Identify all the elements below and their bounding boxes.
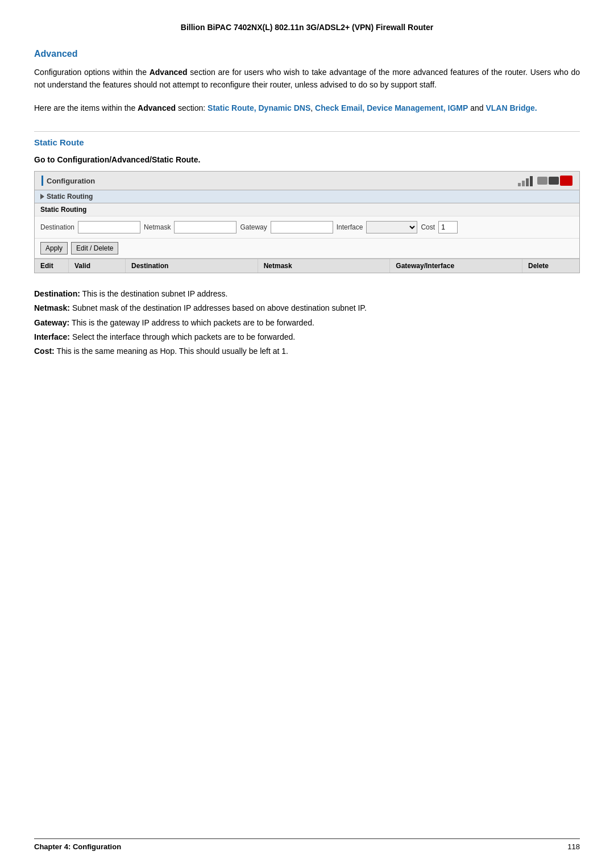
col-gateway-interface: Gateway/Interface [390,259,522,273]
icon-bar-1 [537,177,547,185]
advanced-section-title: Advanced [34,49,580,59]
destination-input[interactable] [78,221,140,233]
col-valid: Valid [69,259,126,273]
config-panel-header: Configuration [35,172,579,190]
desc-interface-label: Interface: [34,332,70,341]
descriptions-section: Destination: This is the destination sub… [34,287,580,358]
cost-label: Cost [421,223,435,231]
interface-label: Interface [337,223,363,231]
divider-1 [34,131,580,132]
table-header-row: Edit Valid Destination Netmask Gateway/I… [35,258,579,273]
static-routing-sublabel: Static Routing [35,203,579,216]
desc-gateway-text: This is the gateway IP address to which … [72,318,314,327]
desc-netmask-text: Subnet mask of the destination IP addres… [72,303,367,312]
config-header-left: Configuration [42,176,95,186]
netmask-label: Netmask [144,223,171,231]
col-edit: Edit [35,259,69,273]
col-netmask: Netmask [258,259,391,273]
link-vlan-bridge[interactable]: VLAN Bridge. [486,103,537,112]
desc-cost-text: This is the same meaning as Hop. This sh… [56,347,288,356]
blue-bar-accent [42,176,43,186]
static-routing-label: Static Routing [47,193,93,201]
desc-interface-text: Select the interface through which packe… [72,332,295,341]
destination-label: Destination [40,223,74,231]
page-header: Billion BiPAC 7402NX(L) 802.11n 3G/ADSL2… [34,23,580,32]
page-footer: Chapter 4: Configuration 118 [34,838,580,851]
advanced-intro: Configuration options within the Advance… [34,66,580,91]
static-route-form-row: Destination Netmask Gateway Interface Co… [35,216,579,239]
desc-destination-label: Destination: [34,289,80,298]
desc-netmask: Netmask: Subnet mask of the destination … [34,301,580,315]
cost-input[interactable] [438,221,458,233]
icon-red-square [560,176,572,186]
link-static-route[interactable]: Static Route, Dynamic DNS [208,103,310,112]
config-title: Configuration [47,177,95,185]
icon-bars [537,177,559,185]
desc-destination-text: This is the destination subnet IP addres… [82,289,228,298]
gateway-input[interactable] [271,221,333,233]
buttons-row: Apply Edit / Delete [35,239,579,258]
desc-interface: Interface: Select the interface through … [34,330,580,344]
desc-cost: Cost: This is the same meaning as Hop. T… [34,344,580,358]
desc-destination: Destination: This is the destination sub… [34,287,580,301]
netmask-input[interactable] [174,221,237,233]
icon-bar-2 [549,177,559,185]
col-delete: Delete [522,259,579,273]
header-title: Billion BiPAC 7402NX(L) 802.11n 3G/ADSL2… [181,23,433,32]
edit-delete-button[interactable]: Edit / Delete [71,242,118,254]
static-routing-header: Static Routing [35,190,579,203]
interface-select[interactable] [366,221,417,233]
gateway-label: Gateway [240,223,267,231]
desc-gateway: Gateway: This is the gateway IP address … [34,316,580,330]
desc-gateway-label: Gateway: [34,318,69,327]
desc-cost-label: Cost: [34,347,55,356]
link-check-email[interactable]: Check Email, Device Management, IGMP [315,103,468,112]
footer-page-number: 118 [567,842,580,851]
config-icons-area [518,175,572,186]
footer-chapter: Chapter 4: Configuration [34,842,121,851]
config-panel: Configuration Static Routing Static Rout… [34,171,580,273]
triangle-icon [40,194,44,199]
static-route-title: Static Route [34,137,580,147]
go-to-label: Go to Configuration/Advanced/Static Rout… [34,155,580,164]
desc-netmask-label: Netmask: [34,303,70,312]
col-destination: Destination [126,259,258,273]
signal-bars-icon [518,175,533,186]
apply-button[interactable]: Apply [40,242,68,254]
advanced-items-text: Here are the items within the Advanced s… [34,102,580,114]
